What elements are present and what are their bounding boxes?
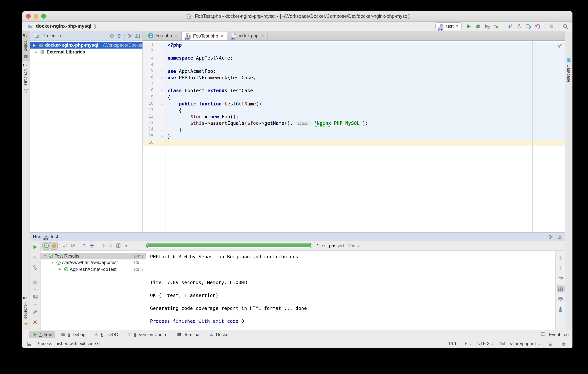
down-icon[interactable] (557, 264, 564, 272)
code-line-15[interactable]: 15} (143, 133, 565, 140)
attach-debugger-icon[interactable] (492, 22, 500, 30)
run-with-coverage-icon[interactable] (483, 22, 491, 30)
project-tree-item[interactable]: ▶External Libraries (30, 49, 142, 55)
code-line-11[interactable]: 11 { (143, 107, 565, 114)
event-log-button[interactable]: Event Log (539, 330, 569, 338)
tab-close-icon[interactable]: ✕ (175, 34, 178, 38)
code-line-13[interactable]: 13 $this->assertEquals($foo->getName(), … (143, 121, 565, 127)
toggle-auto-test-icon[interactable] (31, 264, 39, 271)
run-configuration-select[interactable]: php test ▼ (435, 22, 462, 30)
run-icon[interactable] (465, 22, 473, 30)
stop-icon[interactable] (31, 278, 39, 286)
code-line-16[interactable]: 16 (143, 140, 565, 146)
tool-window-button-docker[interactable]: Docker (206, 331, 233, 338)
git-branch-selector[interactable]: Git: feature/phpunit (499, 341, 541, 346)
tab-close-icon[interactable]: ✕ (221, 34, 223, 38)
code-line-2[interactable]: 2 (143, 49, 565, 55)
test-tree-item[interactable]: ▼/var/www/html/web/app/test10ms (41, 259, 146, 266)
fold-marker-icon[interactable] (160, 70, 164, 73)
close-icon[interactable] (31, 318, 39, 326)
code-line-3[interactable]: 3namespace AppTest\Acme; (143, 55, 565, 62)
tool-window-button-database[interactable]: Database (565, 54, 572, 85)
editor-tab-foo.php[interactable]: CFoo.php✕ (145, 31, 181, 40)
highlighting-level-icon[interactable] (560, 340, 568, 348)
zoom-window-button[interactable] (41, 14, 46, 19)
editor-tab-index.php[interactable]: phpindex.php✕ (227, 31, 268, 40)
locate-icon[interactable] (108, 32, 116, 39)
expand-arrow-icon[interactable]: ▼ (41, 254, 47, 258)
fold-marker-icon[interactable] (160, 102, 164, 106)
more-icon[interactable]: » (122, 242, 130, 249)
previous-occurrence-icon[interactable] (99, 242, 107, 249)
code-line-1[interactable]: 1<?php (143, 42, 565, 49)
debug-icon[interactable] (474, 22, 482, 30)
project-tree-item[interactable]: ▶docker-nginx-php-mysql~/Workspace/Docke… (30, 42, 142, 49)
stop-icon[interactable] (547, 22, 556, 30)
code-line-4[interactable]: 4 (143, 62, 565, 68)
minimize-window-button[interactable] (34, 14, 38, 19)
show-passed-icon[interactable] (42, 242, 50, 249)
collapse-all-icon[interactable] (116, 32, 123, 39)
tool-window-button----structure[interactable]: 7: Structure (22, 62, 30, 96)
expand-arrow-icon[interactable]: ▼ (41, 261, 55, 264)
test-tree-item[interactable]: ▼Test Results10ms (41, 253, 146, 259)
code-line-8[interactable]: 8class FooTest extends TestCase (143, 88, 565, 94)
tool-window-switcher-icon[interactable] (25, 340, 33, 348)
search-everywhere-icon[interactable] (561, 22, 569, 30)
update-project-icon[interactable] (506, 22, 514, 30)
tool-window-button-debug[interactable]: 5: Debug (58, 331, 88, 338)
fold-marker-icon[interactable] (160, 128, 164, 132)
editor-content[interactable]: 1<?php23namespace AppTest\Acme;45use App… (143, 41, 565, 232)
unlock-icon[interactable] (546, 340, 554, 348)
tab-close-icon[interactable]: ✕ (261, 34, 264, 38)
editor-empty-space[interactable] (143, 146, 565, 232)
project-view-selector[interactable]: Project ▼ (33, 32, 62, 39)
import-tests-icon[interactable] (115, 242, 122, 249)
gear-dropdown-icon[interactable] (547, 233, 555, 241)
code-line-6[interactable]: 6use PHPUnit\Framework\TestCase; (143, 75, 565, 81)
scroll-to-end-icon[interactable] (557, 285, 564, 292)
tool-window-button----project[interactable]: 1: Project (22, 31, 30, 62)
code-line-12[interactable]: 12 $foo = new Foo(); (143, 114, 565, 120)
expand-arrow-icon[interactable]: ▶ (30, 44, 37, 47)
next-occurrence-icon[interactable] (107, 242, 115, 249)
rerun-icon[interactable] (31, 243, 39, 251)
show-ignored-icon[interactable] (50, 242, 58, 249)
print-icon[interactable] (557, 295, 564, 303)
code-line-10[interactable]: 10 public function testGetName() (143, 101, 565, 107)
caret-position[interactable]: 16:1 (448, 341, 457, 346)
tool-window-button-vcs[interactable]: 9: Version Control (124, 331, 171, 338)
sort-by-duration-icon[interactable] (69, 242, 76, 249)
expand-all-icon[interactable] (80, 242, 88, 249)
close-window-button[interactable] (26, 14, 31, 19)
run-panel-tab[interactable]: Run php test (33, 234, 58, 239)
run-console[interactable]: PHPUnit 6.3.0 by Sebastian Bergmann and … (146, 251, 556, 330)
tool-window-button----favorites[interactable]: 2: Favorites (22, 294, 30, 329)
code-line-9[interactable]: 9{ (143, 94, 565, 101)
soft-wrap-icon[interactable] (557, 275, 564, 282)
fold-marker-icon[interactable] (160, 135, 164, 138)
tool-window-button-terminal[interactable]: Terminal (174, 331, 203, 338)
clear-all-icon[interactable] (557, 305, 564, 313)
rerun-failed-icon[interactable]: ! (31, 253, 39, 261)
sort-alphabetically-icon[interactable]: az (61, 242, 69, 249)
code-line-5[interactable]: 5use App\Acme\Foo; (143, 68, 565, 75)
code-line-7[interactable]: 7 (143, 81, 565, 88)
code-line-14[interactable]: 14 } (143, 127, 565, 133)
line-separator-selector[interactable]: LF (462, 341, 472, 346)
test-tree-item[interactable]: ▶AppTest\Acme\FooTest10ms (41, 266, 146, 273)
tool-window-button-run[interactable]: 4: Run (29, 331, 55, 338)
encoding-selector[interactable]: UTF-8 (477, 341, 494, 346)
collapse-all-icon[interactable] (88, 242, 95, 249)
recent-changes-icon[interactable] (524, 22, 532, 30)
breadcrumb[interactable]: docker-nginx-php-mysql ❯ (26, 22, 97, 30)
up-icon[interactable] (557, 254, 564, 262)
expand-arrow-icon[interactable]: ▶ (30, 50, 38, 54)
editor-tab-footest.php[interactable]: phpFooTest.php✕ (181, 31, 227, 40)
hide-panel-icon[interactable] (134, 32, 141, 39)
fold-marker-icon[interactable] (160, 76, 164, 80)
restore-layout-icon[interactable] (31, 293, 39, 301)
expand-arrow-icon[interactable]: ▶ (41, 268, 63, 271)
tool-window-button-todo[interactable]: 6: TODO (91, 331, 121, 338)
hide-icon[interactable] (556, 233, 564, 241)
